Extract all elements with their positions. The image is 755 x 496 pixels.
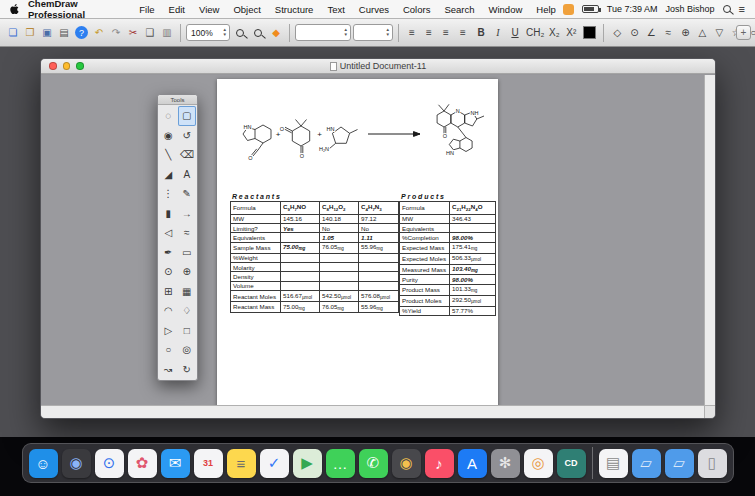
cycle-tool[interactable]: ↻ bbox=[178, 360, 197, 380]
formula-style-button[interactable]: CH₂ bbox=[525, 23, 545, 43]
dock-folder-documents-icon[interactable]: ▱ bbox=[665, 449, 694, 478]
product-cell[interactable]: 98.00% bbox=[450, 233, 496, 242]
menu-object[interactable]: Object bbox=[226, 4, 267, 15]
vertical-scrollbar[interactable] bbox=[704, 75, 715, 405]
triangle-tool[interactable]: ▷ bbox=[159, 321, 178, 341]
product-cell[interactable]: 346.43 bbox=[450, 214, 496, 223]
spotlight-icon[interactable] bbox=[723, 5, 731, 13]
dock-cd-icon[interactable]: CD bbox=[557, 449, 586, 478]
traffic-light-minimize[interactable] bbox=[63, 62, 71, 70]
reactant-cell[interactable]: 55.96mg bbox=[359, 302, 399, 313]
product-cell[interactable]: C21H22N4O bbox=[450, 202, 496, 215]
subscript-button[interactable]: X₂ bbox=[546, 23, 562, 43]
color-swatch-button[interactable] bbox=[583, 26, 596, 39]
menu-edit[interactable]: Edit bbox=[162, 4, 192, 15]
dock-finder-icon[interactable]: ☺ bbox=[29, 449, 58, 478]
align-center-button[interactable]: ≡ bbox=[421, 23, 437, 43]
document-page[interactable]: HN O + O O + HN H₂N N NH O HN bbox=[217, 79, 498, 405]
dock-music-icon[interactable]: ♪ bbox=[425, 449, 454, 478]
copy-button[interactable]: ❑ bbox=[142, 23, 158, 43]
reactant-cell[interactable]: 76.05mg bbox=[320, 242, 359, 253]
dock-photo-booth-icon[interactable]: ◉ bbox=[392, 449, 421, 478]
angle-tool-button[interactable]: ∠ bbox=[643, 23, 659, 43]
resize-grip[interactable] bbox=[704, 405, 715, 418]
menu-view[interactable]: View bbox=[192, 4, 226, 15]
dock-reminders-icon[interactable]: ✓ bbox=[260, 449, 289, 478]
plus-sign[interactable]: + bbox=[317, 130, 322, 139]
charge-tool-button[interactable]: ⊕ bbox=[677, 23, 693, 43]
reactant-cell[interactable]: No bbox=[320, 224, 359, 233]
dock-browser-icon[interactable]: ◎ bbox=[524, 449, 553, 478]
reactant-cell[interactable] bbox=[281, 253, 320, 262]
reactant-cell[interactable]: C9H7NO bbox=[281, 202, 320, 215]
zoom-level-select[interactable]: 100% ▲▼ bbox=[186, 24, 230, 41]
reactant-cell[interactable] bbox=[320, 281, 359, 290]
horizontal-scrollbar[interactable] bbox=[41, 405, 704, 418]
product-cell[interactable]: 98.00% bbox=[450, 275, 496, 284]
reactant-cell[interactable] bbox=[359, 263, 399, 272]
paste-button[interactable]: ▥ bbox=[159, 23, 175, 43]
dock-photos-icon[interactable]: ✿ bbox=[128, 449, 157, 478]
rotate-tool[interactable]: ↺ bbox=[178, 126, 197, 146]
dock-safari-icon[interactable]: ⊙ bbox=[95, 449, 124, 478]
dock-trash-icon[interactable]: ▯ bbox=[698, 449, 727, 478]
reactant-cell[interactable] bbox=[359, 272, 399, 281]
template-tool[interactable]: ▦ bbox=[178, 282, 197, 302]
app-menu-chemdraw[interactable]: ChemDraw Professional bbox=[22, 0, 132, 20]
reactant-cell[interactable]: C8H12O2 bbox=[320, 202, 359, 215]
product-cell[interactable]: 101.33mg bbox=[450, 284, 496, 295]
dock-siri-icon[interactable]: ◉ bbox=[62, 449, 91, 478]
reactant-2-structure[interactable] bbox=[284, 120, 309, 154]
traffic-light-close[interactable] bbox=[49, 62, 57, 70]
menu-structure[interactable]: Structure bbox=[268, 4, 321, 15]
dock-facetime-icon[interactable]: ✆ bbox=[359, 449, 388, 478]
product-cell[interactable] bbox=[450, 224, 496, 233]
lasso-tool[interactable]: ◌ bbox=[159, 106, 178, 126]
ring-perception-button[interactable]: ⊙ bbox=[626, 23, 642, 43]
circle-tool[interactable]: ○ bbox=[159, 340, 178, 360]
new-document-button[interactable]: ❏ bbox=[5, 23, 21, 43]
wedge-bond-tool[interactable]: ◢ bbox=[159, 165, 178, 185]
reactant-cell[interactable]: 76.05mg bbox=[320, 302, 359, 313]
product-cell[interactable]: 57.77% bbox=[450, 306, 496, 315]
size-select[interactable]: ▲▼ bbox=[353, 24, 393, 41]
dock-settings-icon[interactable]: ✻ bbox=[491, 449, 520, 478]
reactant-cell[interactable]: 542.50µmol bbox=[320, 291, 359, 302]
menu-colors[interactable]: Colors bbox=[396, 4, 437, 15]
zoom-in-button[interactable] bbox=[250, 23, 266, 43]
reactant-cell[interactable]: C4H7N3 bbox=[359, 202, 399, 215]
menubar-clock[interactable]: Tue 7:39 AM bbox=[607, 4, 658, 14]
dock-mail-icon[interactable]: ✉ bbox=[161, 449, 190, 478]
reactant-cell[interactable]: 145.16 bbox=[281, 214, 320, 223]
window-titlebar[interactable]: Untitled Document-11 bbox=[41, 59, 715, 74]
dock-messages-icon[interactable]: … bbox=[326, 449, 355, 478]
toolbar-add-button[interactable]: + bbox=[736, 25, 751, 40]
rectangle-tool[interactable]: ▭ bbox=[178, 243, 197, 263]
reaction-scheme[interactable]: HN O + O O + HN H₂N N NH O HN bbox=[217, 87, 498, 187]
battery-icon[interactable] bbox=[582, 5, 599, 13]
dock-folder-downloads-icon[interactable]: ▱ bbox=[632, 449, 661, 478]
reactant-cell[interactable] bbox=[359, 281, 399, 290]
reactant-cell[interactable]: 1.05 bbox=[320, 233, 359, 242]
dock-textedit-icon[interactable]: ▤ bbox=[599, 449, 628, 478]
menu-window[interactable]: Window bbox=[482, 4, 530, 15]
reactant-cell[interactable]: 55.96mg bbox=[359, 242, 399, 253]
bold-button[interactable]: B bbox=[473, 23, 489, 43]
cut-button[interactable]: ✂ bbox=[125, 23, 141, 43]
dock-notes-icon[interactable]: ≡ bbox=[227, 449, 256, 478]
superscript-button[interactable]: X² bbox=[563, 23, 579, 43]
style-select[interactable]: ▲▼ bbox=[295, 24, 351, 41]
open-button[interactable]: ❐ bbox=[22, 23, 38, 43]
save-button[interactable]: ▣ bbox=[39, 23, 55, 43]
marquee-tool[interactable]: ▢ bbox=[178, 106, 197, 126]
menu-extra-icon[interactable] bbox=[563, 4, 574, 15]
reactant-cell[interactable]: Yes bbox=[281, 224, 320, 233]
wave-bond-button[interactable]: ≈ bbox=[660, 23, 676, 43]
dock-calendar-icon[interactable]: 31 bbox=[194, 449, 223, 478]
reaction-arrow[interactable] bbox=[368, 132, 420, 137]
dock-app-store-icon[interactable]: A bbox=[458, 449, 487, 478]
reactant-cell[interactable]: 516.67µmol bbox=[281, 291, 320, 302]
table-tool[interactable]: ⊞ bbox=[159, 282, 178, 302]
reactant-cell[interactable] bbox=[281, 272, 320, 281]
tools-palette-title[interactable]: Tools bbox=[158, 95, 197, 105]
